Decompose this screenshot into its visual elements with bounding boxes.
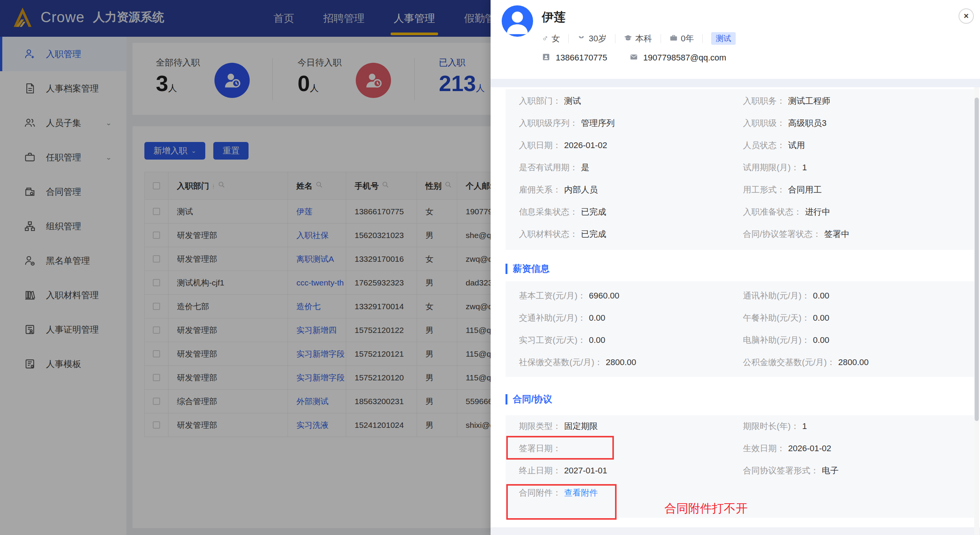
- field-value: 1: [802, 163, 807, 173]
- field-label: 是否有试用期：: [519, 162, 578, 173]
- section-bar: [506, 394, 507, 405]
- section-salary-info: 基本工资(元/月)： 6960.00 交通补助(元/月)： 0.00 实习工资(…: [506, 281, 975, 377]
- field-value: 0.00: [813, 335, 829, 345]
- field-label: 入职部门：: [519, 95, 561, 107]
- field-row: 合同协议签署形式： 电子: [743, 460, 839, 482]
- field-value: 2026-01-02: [788, 444, 831, 453]
- field-value: 进行中: [805, 206, 830, 218]
- email-value: 1907798587@qq.com: [643, 53, 726, 63]
- field-label: 入职职务：: [743, 95, 785, 107]
- field-value: 电子: [822, 465, 839, 476]
- field-label: 人员状态：: [743, 140, 785, 151]
- scrollbar-thumb[interactable]: [975, 98, 979, 421]
- section-basic-info: 入职部门： 测试 入职职级序列： 管理序列 入职日期： 2026-01-02 是…: [506, 89, 975, 250]
- section-title-contract: 合同/协议: [506, 393, 552, 405]
- field-row: 期限类型： 固定期限: [519, 415, 607, 437]
- field-label: 合同协议签署形式：: [743, 465, 819, 476]
- drawer-mask[interactable]: [0, 0, 491, 535]
- field-label: 公积金缴交基数(元/月)：: [743, 357, 835, 368]
- field-label: 生效日期：: [743, 443, 785, 454]
- field-value[interactable]: 2027-01-01: [564, 466, 607, 476]
- header-divider: [491, 79, 980, 87]
- experience-value: 0年: [681, 33, 694, 44]
- field-row: 电脑补助(元/月)： 0.00: [743, 329, 869, 351]
- employee-detail-drawer: × 伊莲 ♂ 女 30岁 本科 0年 测试 13866170775: [491, 0, 980, 535]
- field-label: 通讯补助(元/月)：: [743, 290, 810, 302]
- field-row: 是否有试用期： 是: [519, 157, 615, 179]
- field-row: 通讯补助(元/月)： 0.00: [743, 285, 869, 307]
- education-icon: [624, 34, 632, 44]
- close-icon[interactable]: ×: [959, 8, 974, 24]
- field-row: 入职职级： 高级职员3: [743, 112, 849, 134]
- field-row: 期限时长(年)： 1: [743, 415, 839, 437]
- field-value[interactable]: 固定期限: [564, 421, 598, 432]
- field-row: 入职准备状态： 进行中: [743, 201, 849, 223]
- field-row: 社保缴交基数(元/月)： 2800.00: [519, 351, 636, 374]
- field-value: 0.00: [813, 291, 829, 301]
- field-value: 6960.00: [589, 291, 620, 301]
- field-label: 用工形式：: [743, 184, 785, 196]
- field-value: 0.00: [589, 313, 605, 323]
- avatar: [502, 5, 533, 37]
- field-label: 入职职级：: [743, 117, 785, 129]
- field-row: 入职部门： 测试: [519, 90, 615, 112]
- field-value: 测试: [564, 95, 581, 107]
- employee-contact: 13866170775 1907798587@qq.com: [542, 53, 726, 63]
- department-tag: 测试: [711, 32, 736, 45]
- field-label: 期限时长(年)：: [743, 421, 799, 432]
- field-value: 试用: [788, 140, 805, 151]
- field-row: 午餐补助(元/天)： 0.00: [743, 307, 869, 329]
- field-label: 入职准备状态：: [743, 206, 802, 218]
- field-label: 入职材料状态：: [519, 228, 578, 240]
- field-value: 高级职员3: [788, 117, 826, 129]
- education-value: 本科: [635, 33, 652, 44]
- field-value: 2800.00: [838, 357, 869, 367]
- field-row: 信息采集状态： 已完成: [519, 201, 615, 223]
- drawer-footer: [491, 527, 980, 535]
- field-row: 试用期限(月)： 1: [743, 157, 849, 179]
- annotation-box-sign-date: [506, 436, 614, 460]
- field-value: 2026-01-02: [564, 140, 607, 150]
- field-value: 0.00: [813, 313, 829, 323]
- field-label: 基本工资(元/月)：: [519, 290, 586, 302]
- phone-icon: [542, 53, 550, 63]
- gender-value: 女: [551, 33, 560, 44]
- field-row: 合同/协议签署状态： 签署中: [743, 223, 849, 245]
- field-label: 入职职级序列：: [519, 117, 578, 129]
- field-label: 社保缴交基数(元/月)：: [519, 357, 603, 368]
- field-row: 终止日期： 2027-01-01: [519, 460, 607, 482]
- employee-meta: ♂ 女 30岁 本科 0年 测试: [542, 32, 736, 45]
- field-value: 1: [802, 421, 807, 431]
- field-row: 交通补助(元/月)： 0.00: [519, 307, 636, 329]
- mail-icon: [630, 53, 638, 63]
- field-row: 入职职务： 测试工程师: [743, 90, 849, 112]
- annotation-text: 合同附件打不开: [664, 501, 748, 517]
- field-label: 实习工资(元/天)：: [519, 334, 586, 346]
- field-row: 实习工资(元/天)： 0.00: [519, 329, 636, 351]
- age-sprout-icon: [577, 34, 586, 44]
- field-label: 合同/协议签署状态：: [743, 228, 821, 240]
- section-title-salary: 薪资信息: [506, 263, 550, 275]
- field-value: 已完成: [581, 206, 606, 218]
- field-value: 内部人员: [564, 184, 598, 196]
- field-label: 电脑补助(元/月)：: [743, 334, 810, 346]
- field-row: 入职职级序列： 管理序列: [519, 112, 615, 134]
- field-value: 测试工程师: [788, 95, 830, 107]
- field-label: 期限类型：: [519, 421, 561, 432]
- field-label: 入职日期：: [519, 140, 561, 151]
- field-label: 信息采集状态：: [519, 206, 578, 218]
- experience-briefcase-icon: [669, 34, 678, 44]
- field-value: 已完成: [581, 228, 606, 240]
- field-value: 是: [581, 162, 589, 173]
- field-label: 雇佣关系：: [519, 184, 561, 196]
- field-row: 用工形式： 合同用工: [743, 179, 849, 201]
- age-value: 30岁: [589, 33, 606, 44]
- field-value: 管理序列: [581, 117, 615, 129]
- field-label: 午餐补助(元/天)：: [743, 312, 810, 324]
- field-value: 合同用工: [788, 184, 822, 196]
- field-row: 雇佣关系： 内部人员: [519, 179, 615, 201]
- field-row: 入职日期： 2026-01-02: [519, 134, 615, 157]
- section-bar: [506, 264, 507, 274]
- field-label: 交通补助(元/月)：: [519, 312, 586, 324]
- field-value: 2800.00: [606, 357, 636, 367]
